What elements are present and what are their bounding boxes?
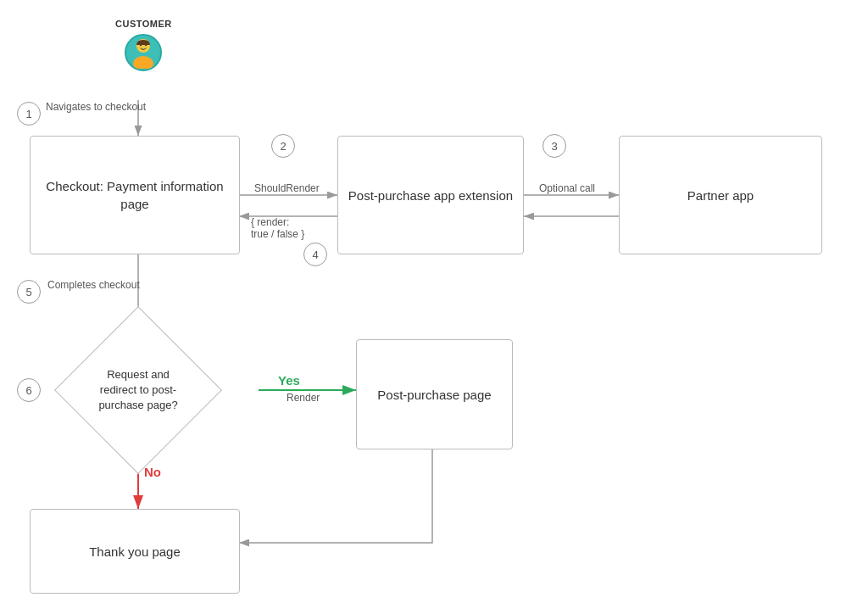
decision-diamond: Request and redirect to post-purchase pa… xyxy=(79,331,198,449)
thank-you-box: Thank you page xyxy=(30,509,240,594)
step-5-label: Completes checkout xyxy=(47,278,140,293)
step-2-circle: 2 xyxy=(271,134,295,158)
post-purchase-ext-box: Post-purchase app extension xyxy=(337,136,524,254)
diagram: CUSTOMER 1 Navigates to checkout Checkou… xyxy=(0,0,868,614)
should-render-label: ShouldRender xyxy=(254,182,320,194)
step-5-circle: 5 xyxy=(17,280,41,304)
step-6-circle: 6 xyxy=(17,378,41,402)
render-response-label: { render: true / false } xyxy=(251,216,304,240)
optional-call-label: Optional call xyxy=(539,182,595,194)
yes-label: Yes xyxy=(278,373,300,388)
customer-avatar xyxy=(125,34,162,71)
post-purchase-page-box: Post-purchase page xyxy=(356,339,513,449)
checkout-box: Checkout: Payment information page xyxy=(30,136,240,254)
no-label: No xyxy=(144,465,161,479)
step-4-circle: 4 xyxy=(303,243,327,266)
partner-app-box: Partner app xyxy=(619,136,822,254)
step-1-circle: 1 xyxy=(17,102,41,126)
customer-label: CUSTOMER xyxy=(115,19,172,29)
customer-section: CUSTOMER xyxy=(115,19,172,71)
svg-point-13 xyxy=(133,56,153,69)
step-3-circle: 3 xyxy=(542,134,566,158)
render-label: Render xyxy=(287,392,320,404)
step-1-label: Navigates to checkout xyxy=(46,100,146,114)
